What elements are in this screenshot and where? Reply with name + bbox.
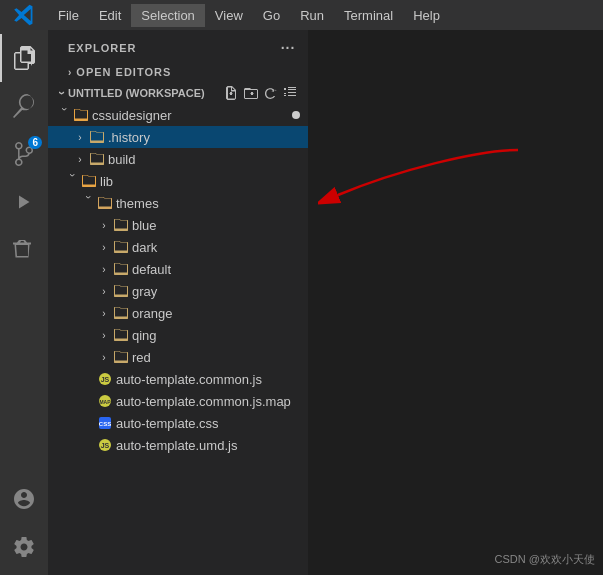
build-folder-label: build — [106, 152, 300, 167]
sidebar: Explorer ··· › OPEN EDITORS › UNTITLED (… — [48, 30, 308, 575]
workspace-section[interactable]: › UNTITLED (WORKSPACE) — [48, 80, 308, 104]
svg-text:JS: JS — [101, 376, 110, 383]
sidebar-header: Explorer ··· — [48, 30, 308, 62]
auto-template-css-file[interactable]: CSS auto-template.css — [48, 412, 308, 434]
auto-template-css-label: auto-template.css — [114, 416, 300, 431]
menu-selection[interactable]: Selection — [131, 4, 204, 27]
auto-template-umd-js-file[interactable]: JS auto-template.umd.js — [48, 434, 308, 456]
orange-folder[interactable]: › orange — [48, 302, 308, 324]
source-control-badge: 6 — [28, 136, 42, 149]
menu-view[interactable]: View — [205, 4, 253, 27]
open-editors-section[interactable]: › OPEN EDITORS — [48, 62, 308, 80]
gray-folder-arrow: › — [96, 286, 112, 297]
modified-indicator — [292, 111, 300, 119]
content-area: CSDN @欢欢小天使 — [308, 30, 603, 575]
menu-file[interactable]: File — [48, 4, 89, 27]
more-options-button[interactable]: ··· — [280, 40, 296, 56]
app-icon — [0, 4, 48, 26]
main-layout: 6 Explorer ··· › OPEN EDITORS — [0, 30, 603, 575]
themes-folder-icon — [96, 195, 114, 211]
gray-folder-icon — [112, 283, 130, 299]
root-folder[interactable]: › cssuidesigner — [48, 104, 308, 126]
root-folder-arrow: › — [59, 107, 70, 123]
dark-folder[interactable]: › dark — [48, 236, 308, 258]
activity-bar: 6 — [0, 30, 48, 575]
svg-text:JS: JS — [101, 442, 110, 449]
menu-run[interactable]: Run — [290, 4, 334, 27]
watermark: CSDN @欢欢小天使 — [495, 552, 595, 567]
red-arrow-annotation — [318, 140, 538, 210]
workspace-chevron: › — [55, 91, 69, 95]
themes-folder[interactable]: › themes — [48, 192, 308, 214]
dark-folder-icon — [112, 239, 130, 255]
gray-folder[interactable]: › gray — [48, 280, 308, 302]
new-file-button[interactable] — [222, 84, 240, 102]
red-folder-label: red — [130, 350, 300, 365]
map-file-icon: MAP — [96, 393, 114, 409]
umd-js-file-icon: JS — [96, 437, 114, 453]
activity-search[interactable] — [0, 82, 48, 130]
blue-folder-label: blue — [130, 218, 300, 233]
activity-extensions[interactable] — [0, 226, 48, 274]
lib-folder-label: lib — [98, 174, 300, 189]
gray-folder-label: gray — [130, 284, 300, 299]
activity-explorer[interactable] — [0, 34, 48, 82]
open-editors-label: OPEN EDITORS — [76, 66, 171, 78]
build-folder[interactable]: › build — [48, 148, 308, 170]
default-folder-label: default — [130, 262, 300, 277]
red-folder-arrow: › — [96, 352, 112, 363]
qing-folder[interactable]: › qing — [48, 324, 308, 346]
sidebar-header-actions: ··· — [280, 40, 296, 56]
blue-folder[interactable]: › blue — [48, 214, 308, 236]
activity-source-control[interactable]: 6 — [0, 130, 48, 178]
history-folder-label: .history — [106, 130, 300, 145]
themes-folder-label: themes — [114, 196, 300, 211]
sidebar-title: Explorer — [68, 42, 137, 54]
build-folder-arrow: › — [72, 154, 88, 165]
build-folder-icon — [88, 151, 106, 167]
red-folder-icon — [112, 349, 130, 365]
activity-settings[interactable] — [0, 523, 48, 571]
history-folder-icon — [88, 129, 106, 145]
lib-folder[interactable]: › lib — [48, 170, 308, 192]
themes-folder-arrow: › — [83, 195, 94, 211]
lib-folder-icon — [80, 173, 98, 189]
orange-folder-arrow: › — [96, 308, 112, 319]
menu-edit[interactable]: Edit — [89, 4, 131, 27]
css-file-icon: CSS — [96, 415, 114, 431]
svg-text:MAP: MAP — [99, 399, 111, 405]
red-folder[interactable]: › red — [48, 346, 308, 368]
menu-bar: File Edit Selection View Go Run Terminal… — [48, 4, 450, 27]
default-folder[interactable]: › default — [48, 258, 308, 280]
default-folder-icon — [112, 261, 130, 277]
history-folder[interactable]: › .history — [48, 126, 308, 148]
collapse-all-button[interactable] — [282, 84, 300, 102]
lib-folder-arrow: › — [67, 173, 78, 189]
dark-folder-arrow: › — [96, 242, 112, 253]
js-file-icon: JS — [96, 371, 114, 387]
blue-folder-arrow: › — [96, 220, 112, 231]
open-editors-chevron: › — [68, 67, 72, 78]
auto-template-common-js-map-label: auto-template.common.js.map — [114, 394, 300, 409]
auto-template-common-js-map-file[interactable]: MAP auto-template.common.js.map — [48, 390, 308, 412]
orange-folder-label: orange — [130, 306, 300, 321]
auto-template-common-js-label: auto-template.common.js — [114, 372, 300, 387]
auto-template-common-js-file[interactable]: JS auto-template.common.js — [48, 368, 308, 390]
dark-folder-label: dark — [130, 240, 300, 255]
menu-go[interactable]: Go — [253, 4, 290, 27]
root-folder-icon — [72, 107, 90, 123]
history-folder-arrow: › — [72, 132, 88, 143]
svg-text:CSS: CSS — [99, 421, 111, 427]
titlebar: File Edit Selection View Go Run Terminal… — [0, 0, 603, 30]
blue-folder-icon — [112, 217, 130, 233]
activity-accounts[interactable] — [0, 475, 48, 523]
activity-run[interactable] — [0, 178, 48, 226]
menu-help[interactable]: Help — [403, 4, 450, 27]
menu-terminal[interactable]: Terminal — [334, 4, 403, 27]
qing-folder-icon — [112, 327, 130, 343]
refresh-button[interactable] — [262, 84, 280, 102]
default-folder-arrow: › — [96, 264, 112, 275]
new-folder-button[interactable] — [242, 84, 260, 102]
root-folder-label: cssuidesigner — [90, 108, 292, 123]
sidebar-tree: › OPEN EDITORS › UNTITLED (WORKSPACE) — [48, 62, 308, 575]
